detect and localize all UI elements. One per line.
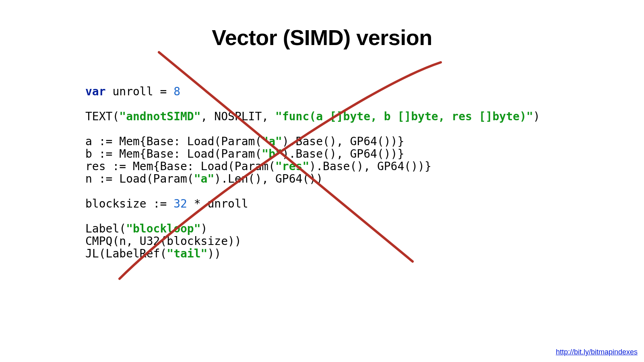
code-str: "blockloop": [126, 222, 200, 235]
code-num: 8: [173, 85, 180, 98]
code-text: ): [533, 110, 540, 123]
code-text: a := Mem{Base: Load(Param(: [85, 135, 262, 148]
code-block: var unroll = 8 TEXT("andnotSIMD", NOSPLI…: [85, 85, 540, 260]
code-text: res := Mem{Base: Load(Param(: [85, 160, 275, 173]
code-text: * unroll: [187, 197, 248, 210]
code-text: ).Len(), GP64()): [214, 172, 323, 185]
code-str: "a": [262, 135, 282, 148]
footer-link[interactable]: http://bit.ly/bitmapindexes: [556, 348, 638, 356]
code-text: TEXT(: [85, 110, 119, 123]
code-text: ).Base(), GP64())}: [282, 147, 404, 160]
code-str: "func(a []byte, b []byte, res []byte)": [275, 110, 533, 123]
code-text: )): [207, 247, 221, 260]
code-str: "tail": [167, 247, 207, 260]
code-text: b := Mem{Base: Load(Param(: [85, 147, 262, 160]
code-text: CMPQ(n, U32(blocksize)): [85, 234, 242, 248]
code-str: "b": [262, 147, 282, 160]
code-text: Label(: [85, 222, 126, 235]
code-text: ).Base(), GP64())}: [282, 135, 404, 148]
slide-title: Vector (SIMD) version: [0, 25, 644, 50]
code-str: "andnotSIMD": [119, 110, 200, 123]
code-kw: var: [85, 85, 106, 98]
code-text: unroll =: [106, 85, 174, 98]
code-text: n := Load(Param(: [85, 172, 194, 185]
code-text: ): [201, 222, 208, 235]
code-str: "res": [275, 160, 309, 173]
code-text: , NOSPLIT,: [201, 110, 275, 123]
slide: Vector (SIMD) version var unroll = 8 TEX…: [0, 0, 644, 362]
code-text: ).Base(), GP64())}: [309, 160, 431, 173]
code-str: "a": [194, 172, 215, 185]
code-num: 32: [173, 197, 187, 210]
code-text: JL(LabelRef(: [85, 247, 167, 260]
code-text: blocksize :=: [85, 197, 173, 210]
